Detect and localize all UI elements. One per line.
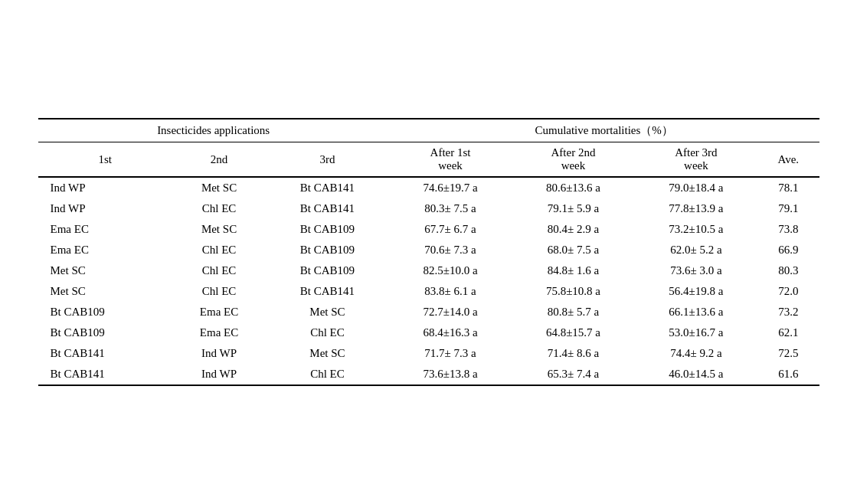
cell-row7-col6: 62.1 (757, 322, 819, 343)
cell-row4-col0: Met SC (38, 260, 172, 281)
cell-row0-col3: 74.6±19.7 a (389, 177, 512, 198)
cell-row1-col1: Chl EC (172, 198, 266, 219)
table-row: Ind WPMet SCBt CAB14174.6±19.7 a80.6±13.… (38, 177, 819, 198)
cell-row8-col5: 74.4± 9.2 a (635, 343, 757, 364)
cell-row7-col1: Ema EC (172, 322, 266, 343)
cell-row5-col4: 75.8±10.8 a (512, 281, 634, 302)
cell-row7-col0: Bt CAB109 (38, 322, 172, 343)
cell-row0-col4: 80.6±13.6 a (512, 177, 634, 198)
cell-row4-col1: Chl EC (172, 260, 266, 281)
cell-row8-col3: 71.7± 7.3 a (389, 343, 512, 364)
header-row-sub: 1st 2nd 3rd After 1st week After 2nd wee… (38, 142, 819, 178)
cell-row2-col1: Met SC (172, 219, 266, 240)
cell-row9-col0: Bt CAB141 (38, 364, 172, 385)
cell-row5-col5: 56.4±19.8 a (635, 281, 757, 302)
table-row: Bt CAB109Ema ECMet SC72.7±14.0 a80.8± 5.… (38, 302, 819, 322)
cell-row6-col5: 66.1±13.6 a (635, 302, 757, 322)
table-row: Ema ECMet SCBt CAB10967.7± 6.7 a80.4± 2.… (38, 219, 819, 240)
cell-row9-col3: 73.6±13.8 a (389, 364, 512, 385)
header-cumulative: Cumulative mortalities（%） (389, 119, 819, 142)
cell-row2-col3: 67.7± 6.7 a (389, 219, 512, 240)
cell-row3-col4: 68.0± 7.5 a (512, 240, 634, 260)
cell-row6-col4: 80.8± 5.7 a (512, 302, 634, 322)
col-2nd: 2nd (172, 142, 266, 178)
col-1st: 1st (38, 142, 172, 178)
cell-row1-col4: 79.1± 5.9 a (512, 198, 634, 219)
header-insecticides: Insecticides applications (38, 119, 389, 142)
cell-row5-col1: Chl EC (172, 281, 266, 302)
cell-row6-col1: Ema EC (172, 302, 266, 322)
cell-row3-col5: 62.0± 5.2 a (635, 240, 757, 260)
cell-row1-col3: 80.3± 7.5 a (389, 198, 512, 219)
table-row: Ema ECChl ECBt CAB10970.6± 7.3 a68.0± 7.… (38, 240, 819, 260)
cell-row6-col2: Met SC (266, 302, 389, 322)
cell-row5-col0: Met SC (38, 281, 172, 302)
cell-row4-col4: 84.8± 1.6 a (512, 260, 634, 281)
cell-row8-col1: Ind WP (172, 343, 266, 364)
cell-row3-col6: 66.9 (757, 240, 819, 260)
cell-row0-col1: Met SC (172, 177, 266, 198)
cell-row1-col6: 79.1 (757, 198, 819, 219)
cell-row3-col3: 70.6± 7.3 a (389, 240, 512, 260)
cell-row6-col6: 73.2 (757, 302, 819, 322)
cell-row0-col0: Ind WP (38, 177, 172, 198)
table-row: Bt CAB109Ema ECChl EC68.4±16.3 a64.8±15.… (38, 322, 819, 343)
header-row-top: Insecticides applications Cumulative mor… (38, 119, 819, 142)
table-row: Ind WPChl ECBt CAB14180.3± 7.5 a79.1± 5.… (38, 198, 819, 219)
cell-row1-col5: 77.8±13.9 a (635, 198, 757, 219)
cell-row8-col4: 71.4± 8.6 a (512, 343, 634, 364)
cell-row1-col0: Ind WP (38, 198, 172, 219)
col-after3rd: After 3rd week (635, 142, 757, 178)
cell-row2-col4: 80.4± 2.9 a (512, 219, 634, 240)
cell-row9-col4: 65.3± 7.4 a (512, 364, 634, 385)
cell-row2-col0: Ema EC (38, 219, 172, 240)
table-row: Bt CAB141Ind WPMet SC71.7± 7.3 a71.4± 8.… (38, 343, 819, 364)
data-table: Insecticides applications Cumulative mor… (38, 118, 819, 386)
col-ave: Ave. (757, 142, 819, 178)
cell-row7-col5: 53.0±16.7 a (635, 322, 757, 343)
cell-row4-col6: 80.3 (757, 260, 819, 281)
cell-row3-col2: Bt CAB109 (266, 240, 389, 260)
cell-row8-col2: Met SC (266, 343, 389, 364)
cell-row7-col4: 64.8±15.7 a (512, 322, 634, 343)
cell-row5-col3: 83.8± 6.1 a (389, 281, 512, 302)
cell-row1-col2: Bt CAB141 (266, 198, 389, 219)
col-3rd: 3rd (266, 142, 389, 178)
cell-row4-col5: 73.6± 3.0 a (635, 260, 757, 281)
table-body: Ind WPMet SCBt CAB14174.6±19.7 a80.6±13.… (38, 177, 819, 385)
cell-row5-col2: Bt CAB141 (266, 281, 389, 302)
cell-row8-col6: 72.5 (757, 343, 819, 364)
cell-row7-col2: Chl EC (266, 322, 389, 343)
cell-row9-col2: Chl EC (266, 364, 389, 385)
cell-row6-col0: Bt CAB109 (38, 302, 172, 322)
cell-row4-col2: Bt CAB109 (266, 260, 389, 281)
cell-row0-col2: Bt CAB141 (266, 177, 389, 198)
cell-row0-col6: 78.1 (757, 177, 819, 198)
cell-row4-col3: 82.5±10.0 a (389, 260, 512, 281)
table-row: Bt CAB141Ind WPChl EC73.6±13.8 a65.3± 7.… (38, 364, 819, 385)
cell-row8-col0: Bt CAB141 (38, 343, 172, 364)
cell-row9-col5: 46.0±14.5 a (635, 364, 757, 385)
cell-row2-col5: 73.2±10.5 a (635, 219, 757, 240)
cell-row6-col3: 72.7±14.0 a (389, 302, 512, 322)
cell-row2-col2: Bt CAB109 (266, 219, 389, 240)
col-after2nd: After 2nd week (512, 142, 634, 178)
cell-row9-col6: 61.6 (757, 364, 819, 385)
table-row: Met SCChl ECBt CAB10982.5±10.0 a84.8± 1.… (38, 260, 819, 281)
cell-row3-col0: Ema EC (38, 240, 172, 260)
cell-row7-col3: 68.4±16.3 a (389, 322, 512, 343)
cell-row3-col1: Chl EC (172, 240, 266, 260)
cell-row9-col1: Ind WP (172, 364, 266, 385)
cell-row5-col6: 72.0 (757, 281, 819, 302)
table-wrapper: Insecticides applications Cumulative mor… (23, 103, 835, 401)
table-row: Met SCChl ECBt CAB14183.8± 6.1 a75.8±10.… (38, 281, 819, 302)
cell-row2-col6: 73.8 (757, 219, 819, 240)
col-after1st: After 1st week (389, 142, 512, 178)
cell-row0-col5: 79.0±18.4 a (635, 177, 757, 198)
